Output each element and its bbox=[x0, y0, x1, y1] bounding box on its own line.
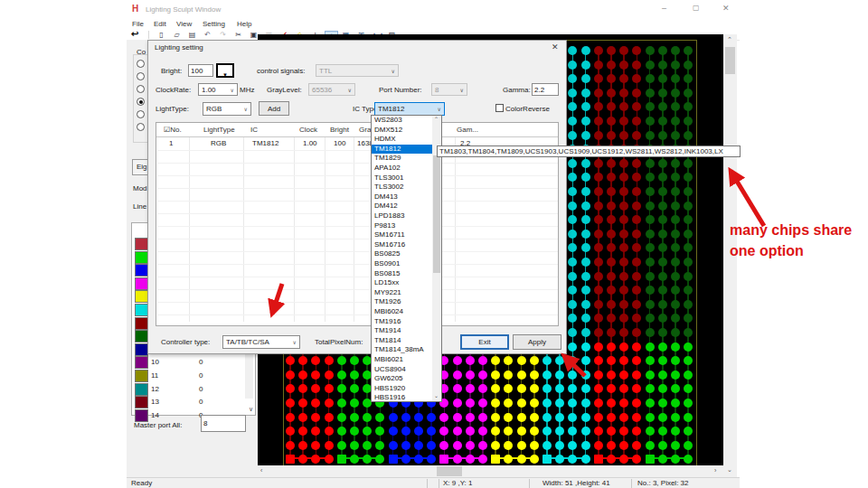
menu-item-edit[interactable]: Edit bbox=[154, 20, 166, 29]
dropdown-item-ws2803[interactable]: WS2803 bbox=[372, 116, 434, 126]
bright-input[interactable]: 100 bbox=[188, 64, 213, 77]
port-number-select: 8∨ bbox=[431, 83, 467, 96]
dropdown-item-tm1914[interactable]: TM1914 bbox=[372, 326, 434, 336]
dropdown-item-tm1829[interactable]: TM1829 bbox=[372, 154, 434, 164]
vscroll-thumb[interactable] bbox=[725, 47, 735, 74]
led-dot bbox=[363, 413, 372, 422]
save-icon[interactable]: ▤ bbox=[186, 31, 198, 40]
close-button[interactable]: ✕ bbox=[722, 4, 730, 13]
add-button[interactable]: Add bbox=[259, 101, 289, 116]
list-scroll-down-icon[interactable]: ∨ bbox=[249, 406, 253, 413]
table-rowline bbox=[157, 175, 558, 176]
led-dot bbox=[325, 356, 334, 365]
redo-icon[interactable]: ↷ bbox=[217, 31, 229, 40]
menu-item-view[interactable]: View bbox=[176, 20, 192, 29]
radio-option-1[interactable] bbox=[137, 60, 145, 68]
new-icon[interactable]: ▯ bbox=[156, 31, 167, 40]
dropdown-item-tm1814_38ma[interactable]: TM1814_38mA bbox=[372, 345, 434, 355]
scroll-left-icon[interactable]: ‹ bbox=[260, 467, 262, 474]
radio-option-3[interactable] bbox=[137, 85, 145, 93]
color-swatch[interactable] bbox=[135, 317, 148, 330]
dropdown-item-tm1916[interactable]: TM1916 bbox=[372, 317, 434, 327]
col-header-bright: Bright bbox=[330, 126, 349, 135]
canvas-hscrollbar[interactable]: ‹ › bbox=[258, 465, 723, 477]
dropdown-item-bs0825[interactable]: BS0825 bbox=[372, 249, 434, 259]
color-swatch[interactable] bbox=[135, 343, 148, 356]
menu-item-file[interactable]: File bbox=[132, 20, 144, 29]
dropdown-item-hdmx[interactable]: HDMX bbox=[372, 135, 434, 145]
led-dot bbox=[646, 102, 655, 111]
dropdown-item-dm412[interactable]: DM412 bbox=[372, 202, 434, 211]
scroll-right-icon[interactable]: › bbox=[714, 467, 716, 474]
dropdown-item-bs0901[interactable]: BS0901 bbox=[372, 259, 434, 269]
scroll-up-icon[interactable]: ⌃ bbox=[434, 116, 439, 122]
color-swatch[interactable] bbox=[135, 251, 148, 264]
dropdown-item-gw6205[interactable]: GW6205 bbox=[372, 374, 434, 384]
dropdown-item-hbs1916[interactable]: HBS1916 bbox=[372, 393, 434, 403]
scroll-down-icon[interactable]: ⌄ bbox=[434, 392, 439, 399]
bright-spinner-button[interactable]: ▼ bbox=[216, 63, 234, 78]
ictype-dropdown-list[interactable]: WS2803DMX512HDMXTM1812TM1829APA102TLS300… bbox=[371, 115, 442, 402]
clockrate-select[interactable]: 1.00∨ bbox=[198, 83, 238, 96]
dropdown-item-lpd1883[interactable]: LPD1883 bbox=[372, 211, 434, 221]
color-swatch[interactable] bbox=[135, 330, 148, 343]
color-swatch[interactable] bbox=[135, 383, 148, 396]
color-swatch[interactable] bbox=[135, 370, 148, 382]
open-icon[interactable]: ▱ bbox=[171, 31, 183, 40]
dropdown-item-dm413[interactable]: DM413 bbox=[372, 192, 434, 202]
dropdown-item-hbs1920[interactable]: HBS1920 bbox=[372, 384, 434, 394]
dropdown-scrollbar[interactable]: ⌃ ⌄ bbox=[432, 116, 441, 401]
dialog-title: Lighting setting bbox=[155, 43, 203, 52]
radio-option-4[interactable] bbox=[137, 98, 145, 106]
menu-item-setting[interactable]: Setting bbox=[203, 20, 225, 29]
colorreverse-checkbox[interactable] bbox=[495, 104, 504, 112]
led-dot bbox=[684, 371, 693, 380]
radio-option-2[interactable] bbox=[137, 72, 145, 80]
gamma-input[interactable]: 2.2 bbox=[532, 83, 559, 96]
color-swatch[interactable] bbox=[135, 238, 148, 250]
back-icon[interactable]: ↩ bbox=[131, 29, 138, 39]
color-swatch[interactable] bbox=[135, 290, 148, 303]
radio-option-5[interactable] bbox=[137, 110, 145, 118]
color-swatch[interactable] bbox=[135, 356, 148, 369]
exit-button[interactable]: Exit bbox=[460, 334, 509, 350]
undo-icon[interactable]: ↶ bbox=[202, 31, 213, 40]
scroll-up-icon[interactable]: ⌃ bbox=[727, 36, 732, 43]
dropdown-item-my9221[interactable]: MY9221 bbox=[372, 288, 434, 298]
dropdown-item-tm1926[interactable]: TM1926 bbox=[372, 297, 434, 307]
dropdown-item-mbi6024[interactable]: MBI6024 bbox=[372, 307, 434, 317]
dropdown-item-ucs8904[interactable]: UCS8904 bbox=[372, 365, 434, 375]
dropdown-item-sm16716[interactable]: SM16716 bbox=[372, 240, 434, 250]
scroll-down-icon[interactable]: ⌄ bbox=[727, 466, 732, 474]
dropdown-scroll-thumb[interactable] bbox=[433, 155, 440, 273]
lighttype-select[interactable]: RGB∨ bbox=[203, 102, 251, 116]
dropdown-item-sm16711[interactable]: SM16711 bbox=[372, 230, 434, 240]
cut-icon[interactable]: ✂ bbox=[232, 31, 244, 40]
ictype-select[interactable]: TM1812∨ bbox=[374, 102, 445, 116]
menu-item-help[interactable]: Help bbox=[237, 20, 251, 29]
dropdown-item-dmx512[interactable]: DMX512 bbox=[372, 126, 434, 136]
dropdown-item-bs0815[interactable]: BS0815 bbox=[372, 269, 434, 279]
minimize-button[interactable]: – bbox=[662, 4, 666, 13]
color-swatch[interactable] bbox=[135, 409, 148, 422]
dropdown-item-ld15xx[interactable]: LD15xx bbox=[372, 278, 434, 288]
maximize-button[interactable]: ▢ bbox=[693, 4, 700, 12]
dropdown-item-tm1814[interactable]: TM1814 bbox=[372, 336, 434, 346]
chevron-down-icon: ∨ bbox=[438, 106, 441, 112]
dropdown-item-p9813[interactable]: P9813 bbox=[372, 221, 434, 231]
dropdown-item-apa102[interactable]: APA102 bbox=[372, 164, 434, 174]
dropdown-item-tm1812[interactable]: TM1812 bbox=[372, 145, 434, 155]
color-swatch[interactable] bbox=[135, 277, 148, 290]
apply-button[interactable]: Apply bbox=[513, 334, 561, 350]
dropdown-item-tls3002[interactable]: TLS3002 bbox=[372, 183, 434, 192]
dropdown-item-tls3001[interactable]: TLS3001 bbox=[372, 174, 434, 183]
master-port-input[interactable]: 8 bbox=[201, 415, 246, 432]
color-swatch[interactable] bbox=[135, 264, 148, 277]
hscroll-thumb[interactable] bbox=[437, 466, 462, 476]
dialog-close-icon[interactable]: ✕ bbox=[552, 42, 559, 52]
color-swatch[interactable] bbox=[135, 304, 148, 316]
color-swatch[interactable] bbox=[135, 396, 148, 408]
controller-type-select[interactable]: TA/TB/TC/SA∨ bbox=[222, 335, 300, 349]
radio-option-6[interactable] bbox=[137, 123, 145, 131]
dropdown-item-mbi6021[interactable]: MBI6021 bbox=[372, 355, 434, 365]
